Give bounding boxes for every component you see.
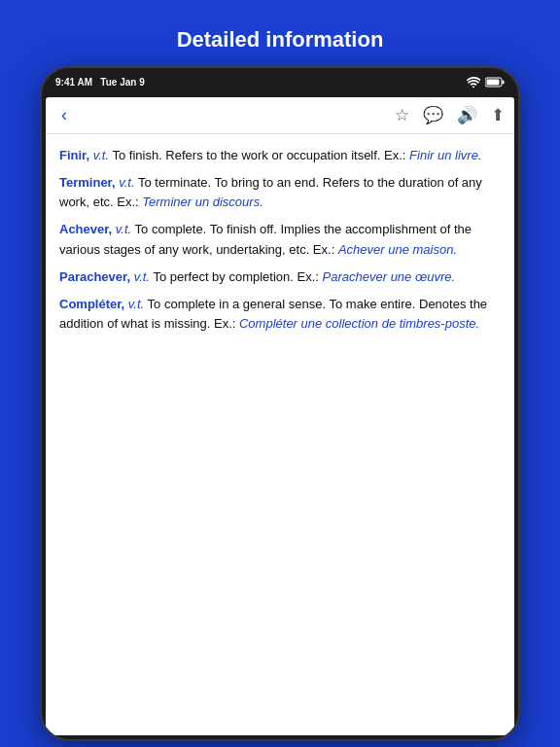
example-parachever: Parachever une œuvre. — [323, 269, 456, 284]
page-title: Detailed information — [177, 27, 384, 53]
back-button[interactable]: ‹ — [55, 101, 73, 129]
status-icons — [467, 77, 505, 88]
word-terminer: Terminer, — [59, 175, 116, 190]
word-completer: Compléter, — [59, 297, 124, 311]
toolbar-actions: ☆ 💬 🔊 ⬆ — [395, 105, 505, 125]
app-screen: ‹ ☆ 💬 🔊 ⬆ Finir, v.t. To finish. Refers … — [46, 97, 514, 735]
pos-finir: v.t. — [93, 148, 109, 162]
status-bar: 9:41 AM Tue Jan 9 — [42, 68, 518, 95]
svg-rect-2 — [487, 79, 500, 85]
device-frame: 9:41 AM Tue Jan 9 ‹ ☆ — [42, 68, 518, 739]
pos-parachever: v.t. — [134, 269, 150, 284]
word-achever: Achever, — [59, 222, 112, 236]
app-toolbar: ‹ ☆ 💬 🔊 ⬆ — [46, 97, 514, 134]
pos-terminer: v.t. — [119, 175, 134, 190]
word-parachever: Parachever, — [59, 269, 130, 284]
content-area: Finir, v.t. To finish. Refers to the wor… — [46, 134, 514, 735]
example-completer: Compléter une collection de timbres-post… — [239, 316, 479, 331]
entry-terminer: Terminer, v.t. To terminate. To bring to… — [59, 173, 501, 212]
example-terminer: Terminer un discours. — [142, 195, 263, 209]
pos-completer: v.t. — [128, 297, 144, 311]
word-finir: Finir, — [59, 148, 89, 162]
status-time: 9:41 AM Tue Jan 9 — [55, 77, 145, 88]
entry-completer: Compléter, v.t. To complete in a general… — [59, 295, 501, 334]
svg-rect-1 — [503, 80, 505, 84]
example-finir: Finir un livre. — [409, 148, 481, 162]
def-finir: To finish. Refers to the work or occupat… — [112, 148, 409, 162]
comment-icon[interactable]: 💬 — [423, 105, 443, 125]
battery-icon — [485, 77, 505, 88]
pos-achever: v.t. — [116, 222, 131, 236]
def-parachever: To perfect by completion. Ex.: — [153, 269, 322, 284]
share-icon[interactable]: ⬆ — [491, 105, 505, 125]
speaker-icon[interactable]: 🔊 — [457, 105, 477, 125]
bookmark-star-icon[interactable]: ☆ — [395, 105, 409, 125]
entry-achever: Achever, v.t. To complete. To finish off… — [59, 220, 501, 259]
entry-finir: Finir, v.t. To finish. Refers to the wor… — [59, 146, 501, 165]
entry-parachever: Parachever, v.t. To perfect by completio… — [59, 267, 501, 287]
wifi-icon — [467, 77, 480, 88]
example-achever: Achever une maison. — [338, 242, 457, 257]
